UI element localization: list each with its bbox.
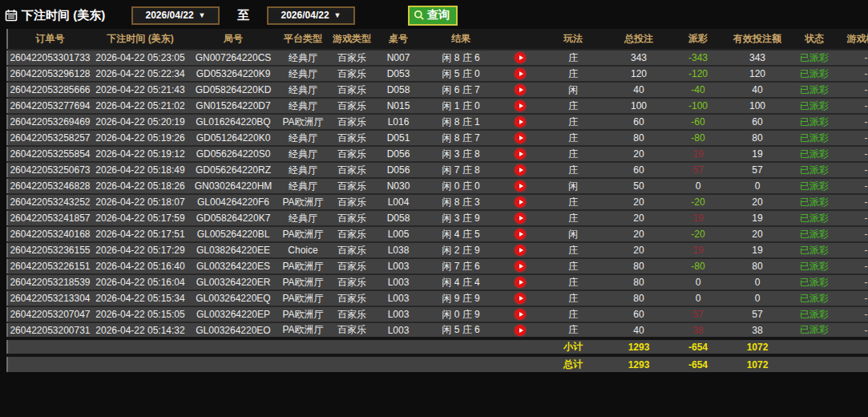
subtotal-valid-bet: 1072 (725, 338, 789, 355)
platform-cell: PA欧洲厅 (278, 258, 328, 274)
bet-time-cell: 2026-04-22 05:19:26 (92, 130, 188, 146)
bet-type-cell: 庄 (539, 258, 607, 274)
replay-play-icon[interactable] (515, 293, 526, 304)
result-cell: 闲 5 庄 6 (421, 322, 501, 338)
search-icon (414, 10, 425, 21)
platform-cell: PA欧洲厅 (278, 194, 328, 210)
payout-cell: -20 (671, 194, 725, 210)
mode-cell: - (839, 290, 868, 306)
date-from-value: 2026/04/22 (146, 10, 194, 21)
replay-play-icon[interactable] (515, 213, 526, 224)
column-header-mode: 游戏模式 (839, 29, 868, 50)
filter-bar: 下注时间 (美东) 2026/04/22 ▼ 至 2026/04/22 ▼ 查询 (0, 0, 868, 29)
replay-play-icon[interactable] (515, 164, 526, 176)
order-id-cell: 260422053200731 (7, 322, 92, 338)
round-id-cell: GL038264220EE (188, 242, 278, 258)
replay-play-icon[interactable] (515, 229, 526, 240)
mode-cell: - (839, 274, 868, 290)
bet-time-cell: 2026-04-22 05:16:04 (92, 274, 188, 290)
status-cell: 已派彩 (789, 242, 839, 258)
result-cell: 闲 7 庄 8 (421, 162, 501, 178)
column-header-result: 结果 (421, 29, 501, 50)
bet-type-cell: 闲 (539, 82, 607, 98)
round-id-cell: GL005264220BL (188, 226, 278, 242)
betting-records-page: 下注时间 (美东) 2026/04/22 ▼ 至 2026/04/22 ▼ 查询 (0, 0, 868, 372)
result-cell: 闲 4 庄 4 (421, 274, 501, 290)
column-header-time: 下注时间 (美东) (92, 29, 188, 50)
replay-play-icon[interactable] (515, 68, 526, 79)
table-row: 260422053250673 2026-04-22 05:18:49 GD05… (7, 162, 868, 178)
table-no-cell: D051 (376, 130, 421, 146)
replay-play-icon[interactable] (515, 52, 526, 63)
game-type-cell: 百家乐 (328, 130, 376, 146)
table-no-cell: D056 (376, 162, 421, 178)
status-cell: 已派彩 (789, 162, 839, 178)
order-id-cell: 260422053250673 (7, 162, 92, 178)
table-no-cell: D056 (376, 146, 421, 162)
bet-type-cell: 庄 (539, 242, 607, 258)
replay-play-icon[interactable] (515, 261, 526, 272)
table-row: 260422053246828 2026-04-22 05:18:26 GN03… (7, 178, 868, 194)
search-button[interactable]: 查询 (408, 6, 458, 26)
column-header-order: 订单号 (7, 29, 92, 50)
replay-play-icon[interactable] (515, 277, 526, 288)
valid-bet-cell: 20 (725, 194, 789, 210)
total-bet-cell: 20 (607, 210, 671, 226)
bet-time-cell: 2026-04-22 05:17:29 (92, 242, 188, 258)
table-header-row: 订单号下注时间 (美东)局号平台类型游戏类型桌号结果玩法总投注派彩有效投注额状态… (7, 29, 868, 50)
date-from-select[interactable]: 2026/04/22 ▼ (131, 6, 220, 25)
replay-play-icon[interactable] (515, 309, 526, 320)
mode-cell: - (839, 66, 868, 82)
calendar-icon (5, 9, 18, 22)
replay-play-icon[interactable] (515, 148, 526, 160)
round-id-cell: GL003264220ES (188, 258, 278, 274)
table-no-cell: D058 (376, 210, 421, 226)
valid-bet-cell: 0 (725, 290, 789, 306)
date-to-select[interactable]: 2026/04/22 ▼ (267, 6, 355, 25)
bet-type-cell: 庄 (539, 130, 607, 146)
replay-play-icon[interactable] (515, 84, 526, 95)
column-header-total-bet: 总投注 (607, 29, 671, 50)
result-cell: 闲 5 庄 0 (421, 66, 501, 82)
replay-cell (501, 194, 539, 210)
table-row: 260422053200731 2026-04-22 05:14:32 GL00… (7, 322, 868, 338)
replay-cell (501, 322, 539, 338)
status-cell: 已派彩 (789, 146, 839, 162)
replay-play-icon[interactable] (515, 245, 526, 256)
order-id-cell: 260422053207047 (7, 306, 92, 322)
replay-play-icon[interactable] (515, 132, 526, 144)
platform-cell: 经典厅 (278, 162, 328, 178)
payout-cell: -40 (671, 82, 725, 98)
replay-play-icon[interactable] (515, 196, 526, 208)
order-id-cell: 260422053241857 (7, 210, 92, 226)
bet-time-cell: 2026-04-22 05:22:34 (92, 66, 188, 82)
result-cell: 闲 9 庄 9 (421, 290, 501, 306)
replay-play-icon[interactable] (515, 325, 526, 336)
mode-cell: - (839, 306, 868, 322)
table-no-cell: N030 (376, 178, 421, 194)
valid-bet-cell: 20 (725, 226, 789, 242)
total-bet-cell: 40 (607, 322, 671, 338)
replay-play-icon[interactable] (515, 116, 526, 128)
total-row: 总计 1293 -654 1072 (7, 355, 868, 372)
subtotal-spacer (7, 338, 539, 355)
result-cell: 闲 2 庄 9 (421, 242, 501, 258)
total-bet-cell: 80 (607, 274, 671, 290)
table-row: 260422053277694 2026-04-22 05:21:02 GN01… (7, 98, 868, 114)
valid-bet-cell: 57 (725, 162, 789, 178)
game-type-cell: 百家乐 (328, 322, 376, 338)
game-type-cell: 百家乐 (328, 98, 376, 114)
replay-play-icon[interactable] (515, 100, 526, 111)
replay-play-icon[interactable] (515, 180, 526, 192)
replay-cell (501, 242, 539, 258)
status-cell: 已派彩 (789, 178, 839, 194)
round-id-cell: GD058264220KD (188, 82, 278, 98)
result-cell: 闲 1 庄 0 (421, 98, 501, 114)
bet-time-cell: 2026-04-22 05:21:43 (92, 82, 188, 98)
platform-cell: 经典厅 (278, 66, 328, 82)
game-type-cell: 百家乐 (328, 210, 376, 226)
platform-cell: 经典厅 (278, 98, 328, 114)
table-no-cell: L038 (376, 242, 421, 258)
replay-cell (501, 274, 539, 290)
platform-cell: 经典厅 (278, 50, 328, 66)
